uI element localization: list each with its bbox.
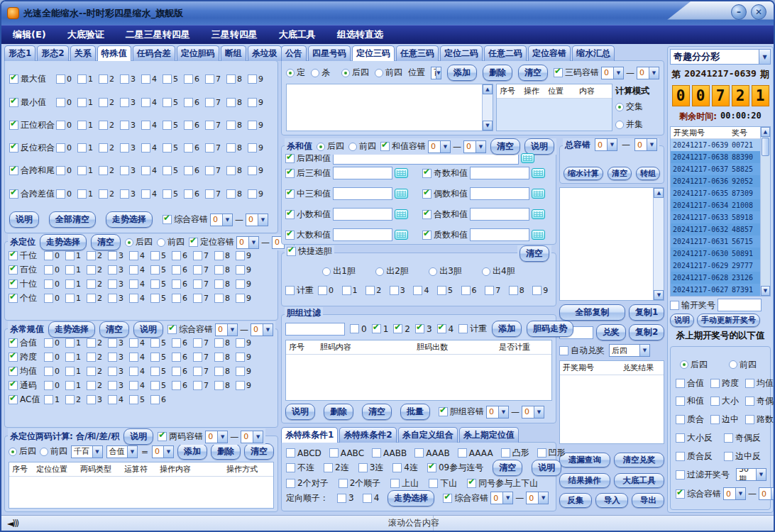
num-2-checkbox[interactable] bbox=[99, 74, 108, 84]
num-9-checkbox[interactable] bbox=[236, 367, 245, 376]
draw-row[interactable]: 20241217-063900721 bbox=[671, 139, 760, 151]
num-5-checkbox[interactable] bbox=[150, 353, 160, 362]
dan-count-radio-2[interactable] bbox=[429, 267, 437, 276]
regular-tolerance-checkbox[interactable] bbox=[167, 325, 177, 334]
batch-button[interactable]: 批量 bbox=[400, 404, 430, 420]
kill-sum-range-radio-0[interactable] bbox=[317, 143, 325, 151]
special-tolerance-checkbox[interactable] bbox=[443, 494, 452, 503]
consecutive-check-3[interactable] bbox=[392, 463, 402, 472]
num-0-checkbox[interactable] bbox=[56, 121, 65, 130]
shape-row-checkbox[interactable] bbox=[9, 121, 18, 130]
three-code-tolerance-checkbox[interactable] bbox=[554, 68, 563, 77]
position-tolerance-checkbox[interactable] bbox=[189, 238, 198, 247]
draw-row[interactable]: 20241217-063692052 bbox=[671, 175, 760, 187]
num-4-checkbox[interactable] bbox=[141, 166, 150, 175]
draw-row[interactable]: 20241217-062929777 bbox=[671, 260, 760, 272]
num-9-checkbox[interactable] bbox=[248, 166, 257, 175]
clear-button[interactable]: 清空 bbox=[99, 321, 129, 338]
filter-draw[interactable] bbox=[676, 470, 685, 480]
sum-tolerance-to-dropdown[interactable]: 0 bbox=[463, 140, 486, 153]
num-8-checkbox[interactable] bbox=[214, 279, 224, 289]
num-8-checkbox[interactable] bbox=[214, 265, 224, 275]
num-0-checkbox[interactable] bbox=[44, 251, 53, 260]
num-6-checkbox[interactable] bbox=[172, 367, 181, 376]
consecutive-check-4[interactable] bbox=[427, 463, 436, 472]
num-6-checkbox[interactable] bbox=[172, 251, 181, 260]
three-code-scrollbar[interactable] bbox=[482, 84, 493, 131]
shape-tolerance-to-dropdown[interactable]: 0 bbox=[246, 214, 268, 226]
num-8-checkbox[interactable] bbox=[226, 189, 236, 199]
menu-item-0[interactable]: 编辑(E) bbox=[13, 28, 46, 41]
num-4-checkbox[interactable] bbox=[129, 367, 138, 376]
sum-right-row-2[interactable] bbox=[422, 210, 432, 219]
num-1-checkbox[interactable] bbox=[77, 74, 87, 84]
special-tab-1[interactable]: 杀特殊条件2 bbox=[339, 427, 396, 443]
num-4-checkbox[interactable] bbox=[129, 353, 138, 362]
sum-right-row-3-input[interactable] bbox=[470, 228, 529, 241]
shape-row-checkbox[interactable] bbox=[9, 98, 18, 107]
three-code-position-dropdown[interactable]: 百十个 bbox=[431, 67, 441, 79]
num-6-checkbox[interactable] bbox=[184, 74, 193, 84]
three-code-tolerance-from-dropdown[interactable]: 0 bbox=[601, 67, 624, 79]
num-6-checkbox[interactable] bbox=[184, 143, 193, 153]
help-button[interactable]: 说明 bbox=[9, 211, 39, 228]
num-7-checkbox[interactable] bbox=[205, 98, 214, 107]
pattern-check-0[interactable] bbox=[286, 448, 295, 458]
keyboard-icon[interactable] bbox=[532, 230, 545, 240]
num-5-checkbox[interactable] bbox=[163, 166, 172, 175]
num-9-checkbox[interactable] bbox=[236, 251, 245, 260]
shape-tolerance-checkbox[interactable] bbox=[163, 215, 172, 224]
draw-row[interactable]: 20241217-063888390 bbox=[671, 151, 760, 163]
clear-button[interactable]: 清空 bbox=[490, 138, 520, 155]
pattern-check-6[interactable] bbox=[537, 448, 546, 458]
num-1-checkbox[interactable] bbox=[44, 395, 53, 404]
num-1-checkbox[interactable] bbox=[65, 251, 75, 260]
manual-update-draw-button[interactable]: 手动更新开奖号 bbox=[697, 314, 760, 327]
keyboard-icon[interactable] bbox=[395, 230, 408, 240]
kill-regular-row-checkbox[interactable] bbox=[9, 338, 18, 348]
minimize-button[interactable]: – bbox=[731, 4, 747, 20]
two-code-tolerance-from-dropdown[interactable]: 0 bbox=[205, 431, 228, 443]
import-button[interactable]: 导入 bbox=[595, 493, 628, 508]
pool-tools-button[interactable]: 大底工具 bbox=[614, 473, 665, 488]
num-2-checkbox[interactable] bbox=[365, 286, 375, 295]
num-0-checkbox[interactable] bbox=[44, 338, 53, 348]
special-tolerance-from-dropdown[interactable]: 0 bbox=[490, 492, 513, 504]
result-list[interactable] bbox=[559, 187, 664, 301]
num-7-checkbox[interactable] bbox=[193, 294, 202, 303]
num-0-checkbox[interactable] bbox=[44, 279, 53, 289]
kill-last-check-3-1[interactable] bbox=[724, 433, 733, 443]
keyboard-icon[interactable] bbox=[395, 168, 408, 178]
num-8-checkbox[interactable] bbox=[509, 286, 518, 295]
pattern-check-1[interactable] bbox=[329, 448, 339, 458]
copy-2-button[interactable]: 复制2 bbox=[629, 324, 664, 340]
num-5-checkbox[interactable] bbox=[150, 265, 160, 275]
num-7-checkbox[interactable] bbox=[193, 338, 202, 348]
num-9-checkbox[interactable] bbox=[248, 74, 257, 84]
sum-left-row-3[interactable] bbox=[285, 231, 295, 240]
special-tab-3[interactable]: 杀上期定位值 bbox=[459, 427, 519, 443]
scroll-down-icon[interactable] bbox=[654, 290, 664, 300]
shape-tolerance-from-dropdown[interactable]: 0 bbox=[210, 214, 233, 226]
num-1-checkbox[interactable] bbox=[65, 294, 75, 303]
num-7-checkbox[interactable] bbox=[193, 367, 202, 376]
num-2-checkbox[interactable] bbox=[99, 166, 108, 175]
consecutive-check-2[interactable] bbox=[358, 463, 368, 472]
num-7-checkbox[interactable] bbox=[193, 279, 202, 289]
num-3-checkbox[interactable] bbox=[120, 74, 129, 84]
num-6-checkbox[interactable] bbox=[150, 395, 160, 404]
num-9-checkbox[interactable] bbox=[236, 265, 245, 275]
sum-left-row-1[interactable] bbox=[285, 189, 295, 199]
draw-row[interactable]: 20241217-063758825 bbox=[671, 163, 760, 175]
num-8-checkbox[interactable] bbox=[226, 121, 236, 130]
sum-left-row-3-input[interactable] bbox=[333, 228, 392, 241]
two-code-type-dropdown[interactable]: 合值 bbox=[106, 445, 138, 458]
special-tab-2[interactable]: 杀自定义组合 bbox=[398, 427, 458, 443]
scroll-up-icon[interactable] bbox=[654, 188, 664, 198]
speaker-icon[interactable]: ◄))) bbox=[7, 519, 18, 528]
num-3-checkbox[interactable] bbox=[390, 286, 399, 295]
trend-select-button[interactable]: 走势选择 bbox=[388, 490, 434, 506]
num-5-checkbox[interactable] bbox=[163, 143, 172, 153]
num-9-checkbox[interactable] bbox=[248, 189, 257, 199]
num-5-checkbox[interactable] bbox=[437, 286, 446, 295]
